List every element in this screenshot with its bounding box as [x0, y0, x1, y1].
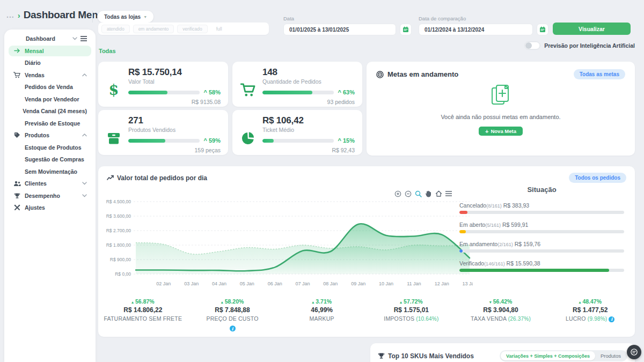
new-goal-button[interactable]: + Nova Meta [479, 127, 523, 136]
y-axis-tick: R$ 900,00 [110, 257, 131, 262]
sidebar-item-clientes[interactable]: Clientes [9, 179, 91, 189]
filter-chip-verificado[interactable]: verificado [177, 25, 207, 33]
top-skus-title: Top 10 SKUs Mais Vendidos [378, 352, 474, 360]
selection-zoom-icon[interactable] [414, 190, 422, 197]
kpi-progress-fill [262, 91, 312, 94]
comparison-date-filter-group: Data de comparação 01/12/2024 à 13/12/20… [419, 16, 548, 35]
caret-down-icon: ▼ [143, 15, 147, 19]
tools-icon [13, 204, 21, 211]
sidebar-item-diario[interactable]: Diário [9, 58, 91, 69]
store-selector-button[interactable]: Todas as lojas ▼ [97, 10, 154, 23]
pie-icon [239, 115, 257, 153]
situacao-bar-fill [459, 211, 467, 214]
chevron-down-icon [82, 182, 87, 185]
y-axis-tick: R$ 2.700,00 [106, 228, 131, 233]
stat-change: ▾56.42% [456, 298, 546, 305]
date-label: Data [283, 16, 412, 21]
situacao-row-em-aberto: Em aberto(5/161) R$ 599,91 [459, 221, 624, 233]
sku-view-segment-control: Variações + Simples + Composições Produt… [500, 350, 627, 361]
filter-chip-atendido[interactable]: atendido [101, 25, 130, 33]
y-axis-tick: R$ 0,00 [115, 271, 131, 277]
sidebar-item-estoque-de-produtos[interactable]: Estoque de Produtos [9, 142, 91, 153]
sidebar-item-sem-movimentacao[interactable]: Sem Movimentação [9, 166, 91, 177]
dollar-icon: $ [105, 67, 123, 105]
hamburger-menu-icon[interactable] [80, 36, 87, 41]
kpi-value: 148 [262, 67, 355, 78]
sidebar-item-desempenho[interactable]: Desempenho [9, 190, 91, 201]
breadcrumb: ... › Dashboard Mensal [6, 9, 112, 21]
box-icon [105, 115, 123, 153]
kpi-progress-fill [128, 139, 165, 143]
info-icon[interactable]: i [609, 316, 614, 322]
trophy-icon [13, 193, 21, 199]
ai-forecast-toggle[interactable] [524, 41, 540, 50]
kpi-progress-fill [262, 139, 274, 143]
situacao-row-verificado: Verificado(146/161) R$ 15.590,38 [459, 260, 624, 272]
menu-icon[interactable] [445, 190, 452, 197]
sidebar-item-venda-por-vendedor[interactable]: Venda por Vendedor [9, 94, 91, 105]
situacao-row-label: Cancelado(8/161) R$ 383,93 [459, 202, 624, 209]
all-orders-badge[interactable]: Todos os pedidos [569, 173, 626, 183]
sidebar-item-sugestao-de-compras[interactable]: Sugestão de Compras [9, 154, 91, 165]
all-goals-badge[interactable]: Todas as metas [574, 69, 625, 79]
tab-todas[interactable]: Todas [99, 48, 116, 54]
x-axis-tick: 07 Jan [295, 281, 310, 286]
situacao-row-label: Em aberto(5/161) R$ 599,91 [459, 221, 624, 228]
situacao-row-label: Em andamento(2/161) R$ 159,76 [459, 241, 624, 247]
sidebar-item-ajustes[interactable]: Ajustes [9, 203, 91, 213]
stat-lucro: ▴48.47% R$ 1.477,52 LUCRO (9.98%) i [545, 298, 635, 333]
stat-label: FATURAMENTO SEM FRETE [98, 315, 188, 322]
kpi-value: R$ 15.750,14 [128, 67, 221, 78]
comparison-date-range-input[interactable]: 01/12/2024 à 13/12/2024 [419, 24, 533, 35]
support-chat-button[interactable] [627, 345, 641, 359]
goals-title-text: Metas em andamento [387, 70, 458, 78]
status-filter-input[interactable]: atendidoem andamentoverificadofull [98, 23, 269, 35]
x-axis-tick: 08 Jan [323, 281, 338, 286]
sidebar-item-label: Pedidos de Venda [25, 84, 87, 90]
breadcrumb-collapse-dots[interactable]: ... [6, 11, 14, 19]
sidebar-item-produtos[interactable]: Produtos [9, 130, 91, 141]
chevron-up-icon [82, 134, 87, 137]
calendar-button[interactable] [400, 24, 412, 35]
kpi-card-quantidade-de-pedidos: 148 Quantidade de Pedidos ^ 63% 93 pedid… [232, 62, 362, 107]
date-range-input[interactable]: 01/01/2025 à 13/01/2025 [283, 24, 396, 35]
stat-change: ▴57.72% [367, 298, 456, 305]
stat-value: R$ 7.848,88 [188, 306, 277, 314]
sidebar-item-pedidos-de-venda[interactable]: Pedidos de Venda [9, 82, 91, 93]
ai-forecast-label: Previsão por Inteligência Artificial [544, 42, 635, 49]
stat-change: ▴58.20% [188, 298, 277, 305]
segment-products[interactable]: Produtos [595, 353, 626, 359]
segment-variations[interactable]: Variações + Simples + Composições [501, 351, 595, 360]
stat-taxa-venda: ▾56.42% R$ 3.904,80 TAXA VENDA (26.37%) [456, 298, 546, 333]
kpi-comparison-value: R$ 92,43 [262, 147, 355, 153]
filter-chip-full[interactable]: full [211, 25, 228, 33]
pan-icon[interactable] [425, 190, 432, 197]
situacao-bar-fill [459, 230, 466, 233]
info-icon[interactable]: i [230, 326, 236, 331]
chart-title-text: Valor total de pedidos por dia [117, 174, 207, 182]
sidebar-item-venda-canal-24-meses[interactable]: Venda Canal (24 meses) [9, 106, 91, 117]
home-icon[interactable] [435, 190, 442, 197]
sidebar-header-label[interactable]: Dashboard [26, 35, 69, 42]
header-divider [92, 11, 93, 23]
ai-forecast-row: Previsão por Inteligência Artificial [524, 41, 635, 50]
sidebar-item-mensal[interactable]: Mensal [9, 46, 91, 56]
zoom-in-icon[interactable] [394, 190, 401, 197]
comparison-date-label: Data de comparação [419, 16, 548, 21]
stat-value: 46,99% [277, 306, 367, 314]
sidebar-item-vendas[interactable]: Vendas [9, 70, 91, 80]
sidebar-item-previsao-de-estoque[interactable]: Previsão de Estoque [9, 118, 91, 129]
stat-markup: ▴3.71% 46,99% MARKUP [277, 298, 367, 333]
sidebar-item-label: Sem Movimentação [25, 168, 87, 175]
arrow-up-icon: ▴ [579, 300, 581, 305]
situacao-bar-fill [459, 249, 463, 253]
orders-area-chart[interactable]: R$ 4.500,00R$ 3.600,00R$ 2.700,00R$ 1.80… [103, 197, 473, 293]
kpi-progress-track [128, 91, 200, 94]
filter-chip-em-andamento[interactable]: em andamento [133, 25, 174, 33]
comparison-calendar-button[interactable] [537, 24, 548, 35]
sidebar-item-label: Desempenho [25, 193, 78, 199]
chevron-down-icon[interactable] [72, 37, 77, 40]
line-chart-icon [107, 175, 114, 181]
visualize-button[interactable]: Visualizar [553, 23, 631, 35]
zoom-out-icon[interactable] [404, 190, 412, 197]
